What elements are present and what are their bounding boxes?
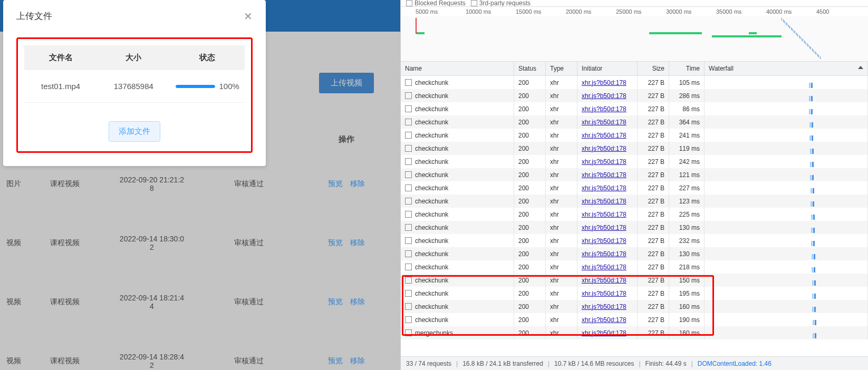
req-type: xhr	[546, 115, 577, 129]
req-waterfall	[705, 247, 868, 260]
req-status: 200	[514, 247, 546, 260]
initiator-link[interactable]: xhr.js?b50d:178	[582, 132, 626, 139]
header-size[interactable]: Size	[638, 62, 669, 75]
network-row[interactable]: checkchunk 200 xhr xhr.js?b50d:178 227 B…	[401, 115, 868, 129]
initiator-link[interactable]: xhr.js?b50d:178	[582, 224, 626, 231]
header-type[interactable]: Type	[546, 62, 577, 75]
req-name: checkchunk	[415, 184, 448, 192]
initiator-link[interactable]: xhr.js?b50d:178	[582, 329, 626, 337]
header-time[interactable]: Time	[669, 62, 705, 75]
req-size: 227 B	[638, 89, 669, 102]
header-name[interactable]: Name	[401, 62, 514, 75]
req-type: xhr	[546, 234, 577, 247]
row-checkbox[interactable]	[405, 264, 412, 270]
initiator-link[interactable]: xhr.js?b50d:178	[582, 237, 626, 245]
initiator-link[interactable]: xhr.js?b50d:178	[582, 171, 626, 179]
initiator-link[interactable]: xhr.js?b50d:178	[582, 119, 626, 126]
timeline-tick: 5000 ms	[416, 8, 438, 15]
timeline-overview[interactable]: 5000 ms10000 ms15000 ms20000 ms25000 ms3…	[401, 7, 868, 62]
network-row[interactable]: checkchunk 200 xhr xhr.js?b50d:178 227 B…	[401, 208, 868, 221]
req-size: 227 B	[638, 102, 669, 115]
filter-bar: Blocked Requests 3rd-party requests	[401, 0, 868, 7]
row-checkbox[interactable]	[405, 184, 412, 191]
initiator-link[interactable]: xhr.js?b50d:178	[582, 316, 626, 324]
network-row[interactable]: checkchunk 200 xhr xhr.js?b50d:178 227 B…	[401, 194, 868, 208]
initiator-link[interactable]: xhr.js?b50d:178	[582, 211, 626, 218]
row-checkbox[interactable]	[405, 290, 412, 297]
initiator-link[interactable]: xhr.js?b50d:178	[582, 79, 626, 86]
row-checkbox[interactable]	[405, 145, 412, 152]
row-checkbox[interactable]	[405, 158, 412, 165]
row-checkbox[interactable]	[405, 211, 412, 218]
row-checkbox[interactable]	[405, 92, 412, 99]
req-waterfall	[705, 129, 868, 142]
initiator-link[interactable]: xhr.js?b50d:178	[582, 303, 626, 310]
network-row[interactable]: checkchunk 200 xhr xhr.js?b50d:178 227 B…	[401, 274, 868, 287]
network-row[interactable]: checkchunk 200 xhr xhr.js?b50d:178 227 B…	[401, 76, 868, 89]
row-checkbox[interactable]	[405, 237, 412, 244]
network-row[interactable]: checkchunk 200 xhr xhr.js?b50d:178 227 B…	[401, 313, 868, 326]
row-checkbox[interactable]	[405, 303, 412, 310]
header-status[interactable]: Status	[514, 62, 546, 75]
network-row[interactable]: checkchunk 200 xhr xhr.js?b50d:178 227 B…	[401, 168, 868, 181]
row-checkbox[interactable]	[405, 329, 412, 336]
req-type: xhr	[546, 89, 577, 102]
initiator-link[interactable]: xhr.js?b50d:178	[582, 158, 626, 165]
initiator-link[interactable]: xhr.js?b50d:178	[582, 92, 626, 100]
add-file-button[interactable]: 添加文件	[109, 121, 160, 142]
blocked-requests-checkbox[interactable]: Blocked Requests	[406, 0, 466, 7]
initiator-link[interactable]: xhr.js?b50d:178	[582, 264, 626, 271]
network-row[interactable]: checkchunk 200 xhr xhr.js?b50d:178 227 B…	[401, 287, 868, 300]
initiator-link[interactable]: xhr.js?b50d:178	[582, 184, 626, 192]
req-time: 242 ms	[669, 155, 705, 168]
row-checkbox[interactable]	[405, 250, 412, 257]
row-checkbox[interactable]	[405, 132, 412, 139]
network-row[interactable]: mergechunks 200 xhr xhr.js?b50d:178 227 …	[401, 326, 868, 339]
timeline-tick: 35000 ms	[716, 8, 741, 15]
req-size: 227 B	[638, 221, 669, 234]
row-checkbox[interactable]	[405, 171, 412, 178]
network-row[interactable]: checkchunk 200 xhr xhr.js?b50d:178 227 B…	[401, 181, 868, 194]
initiator-link[interactable]: xhr.js?b50d:178	[582, 250, 626, 258]
req-waterfall	[705, 221, 868, 234]
timeline-tick: 15000 ms	[516, 8, 541, 15]
timeline-tick: 25000 ms	[616, 8, 641, 15]
row-checkbox[interactable]	[405, 198, 412, 205]
initiator-link[interactable]: xhr.js?b50d:178	[582, 105, 626, 113]
header-waterfall[interactable]: Waterfall	[705, 62, 868, 75]
network-row[interactable]: checkchunk 200 xhr xhr.js?b50d:178 227 B…	[401, 260, 868, 274]
req-name: checkchunk	[415, 105, 448, 113]
row-checkbox[interactable]	[405, 119, 412, 125]
network-row[interactable]: checkchunk 200 xhr xhr.js?b50d:178 227 B…	[401, 155, 868, 168]
network-row[interactable]: checkchunk 200 xhr xhr.js?b50d:178 227 B…	[401, 129, 868, 142]
initiator-link[interactable]: xhr.js?b50d:178	[582, 145, 626, 152]
initiator-link[interactable]: xhr.js?b50d:178	[582, 277, 626, 284]
network-row[interactable]: checkchunk 200 xhr xhr.js?b50d:178 227 B…	[401, 247, 868, 260]
network-row[interactable]: checkchunk 200 xhr xhr.js?b50d:178 227 B…	[401, 102, 868, 115]
network-row[interactable]: checkchunk 200 xhr xhr.js?b50d:178 227 B…	[401, 142, 868, 155]
network-row[interactable]: checkchunk 200 xhr xhr.js?b50d:178 227 B…	[401, 300, 868, 313]
timeline-tick: 40000 ms	[766, 8, 792, 15]
req-status: 200	[514, 115, 546, 129]
row-checkbox[interactable]	[405, 224, 412, 231]
row-checkbox[interactable]	[405, 105, 412, 112]
initiator-link[interactable]: xhr.js?b50d:178	[582, 198, 626, 205]
network-header: Name Status Type Initiator Size Time Wat…	[401, 62, 868, 76]
header-initiator[interactable]: Initiator	[577, 62, 638, 75]
row-checkbox[interactable]	[405, 79, 412, 86]
thirdparty-checkbox[interactable]: 3rd-party requests	[471, 0, 531, 7]
network-row[interactable]: checkchunk 200 xhr xhr.js?b50d:178 227 B…	[401, 234, 868, 247]
req-size: 227 B	[638, 115, 669, 129]
close-icon[interactable]: ✕	[244, 11, 253, 22]
col-filename: 文件名	[24, 45, 97, 70]
req-time: 286 ms	[669, 89, 705, 102]
network-row[interactable]: checkchunk 200 xhr xhr.js?b50d:178 227 B…	[401, 221, 868, 234]
req-name: checkchunk	[415, 224, 448, 231]
file-row: test01.mp4 137685984 100%	[24, 70, 245, 103]
row-checkbox[interactable]	[405, 277, 412, 284]
network-row[interactable]: checkchunk 200 xhr xhr.js?b50d:178 227 B…	[401, 89, 868, 102]
initiator-link[interactable]: xhr.js?b50d:178	[582, 290, 626, 297]
req-status: 200	[514, 76, 546, 89]
req-name: checkchunk	[415, 171, 448, 179]
row-checkbox[interactable]	[405, 316, 412, 323]
